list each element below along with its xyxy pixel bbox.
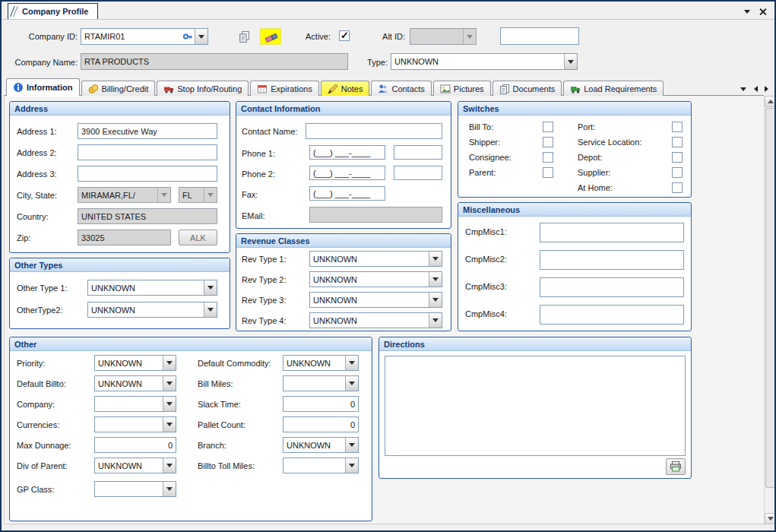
rev-type1-dropdown-button[interactable] (429, 252, 442, 266)
rev-type3-dropdown-button[interactable] (429, 293, 442, 307)
billto-checkbox[interactable] (543, 122, 553, 132)
eraser-button[interactable] (260, 28, 281, 45)
other-type1-value: UNKNOWN (88, 280, 204, 295)
close-button[interactable] (756, 6, 768, 17)
tab-overflow-button[interactable] (737, 84, 749, 94)
phone1-ext-input[interactable] (394, 145, 442, 160)
vertical-scrollbar[interactable] (764, 96, 776, 524)
dropdown-arrow-icon (349, 464, 355, 467)
parent-checkbox[interactable] (543, 167, 553, 178)
company-id-dropdown-button[interactable] (195, 29, 207, 44)
rev-type1-select[interactable]: UNKNOWN (309, 251, 442, 267)
key-lookup-icon[interactable] (181, 29, 195, 44)
cmpmisc2-input[interactable] (540, 250, 684, 270)
shipper-checkbox[interactable] (543, 137, 553, 147)
branch-dropdown-button[interactable] (345, 438, 358, 452)
other-type1-select[interactable]: UNKNOWN (87, 280, 217, 296)
contact-name-input[interactable] (306, 123, 442, 139)
depot-checkbox[interactable] (672, 152, 683, 163)
other-type2-dropdown-button[interactable] (204, 302, 217, 317)
div-of-parent-dropdown-button[interactable] (163, 458, 176, 473)
tab-information[interactable]: Information (6, 78, 80, 96)
fax-input[interactable]: (___) ___-____ (309, 186, 385, 201)
type-select[interactable]: UNKNOWN (391, 53, 578, 70)
rev-type4-select[interactable]: UNKNOWN (309, 312, 442, 328)
phone2-input[interactable]: (___) ___-____ (309, 166, 385, 180)
billto-toll-miles-select[interactable] (283, 458, 359, 473)
rev-type4-dropdown-button[interactable] (429, 313, 442, 328)
service-location-checkbox[interactable] (672, 137, 683, 147)
window-menu-button[interactable] (741, 6, 753, 17)
other-group-header: Other (10, 337, 372, 351)
dropdown-arrow-icon (207, 308, 214, 312)
alk-button[interactable]: ALK (179, 230, 217, 245)
rev-type3-select[interactable]: UNKNOWN (309, 292, 442, 308)
rev-type2-select[interactable]: UNKNOWN (309, 271, 442, 287)
branch-select[interactable]: UNKNOWN (283, 437, 359, 453)
tab-pictures[interactable]: Pictures (433, 81, 491, 96)
tab-expirations[interactable]: Expirations (250, 81, 318, 96)
dropdown-arrow-icon (166, 361, 173, 365)
company-dropdown-button[interactable] (163, 397, 176, 411)
address2-input[interactable] (78, 144, 217, 160)
company-id-combo[interactable]: RTAMIR01 (81, 28, 208, 45)
notes-icon (328, 84, 338, 94)
currencies-select[interactable] (94, 416, 176, 432)
phone2-ext-input[interactable] (394, 166, 442, 180)
scroll-tabs-right-button[interactable] (760, 84, 772, 94)
pallet-count-input[interactable]: 0 (283, 416, 359, 432)
scrollbar-up-button[interactable] (765, 96, 776, 107)
address1-input[interactable]: 3900 Executive Way (78, 123, 217, 139)
default-billto-select[interactable]: UNKNOWN (94, 375, 176, 391)
parent-switch-label: Parent: (469, 168, 496, 178)
alt-id-input[interactable] (500, 27, 579, 45)
priority-dropdown-button[interactable] (163, 356, 176, 370)
currencies-dropdown-button[interactable] (163, 417, 176, 432)
tab-stop-info-routing[interactable]: Stop Info/Routing (157, 81, 249, 96)
slack-time-input[interactable]: 0 (283, 396, 359, 412)
miscellaneous-group-header: Miscellaneous (458, 203, 691, 217)
pallet-count-label: Pallet Count: (198, 420, 245, 430)
active-checkbox[interactable] (339, 30, 350, 41)
tab-documents[interactable]: Documents (493, 81, 562, 96)
alk-button-label: ALK (190, 233, 206, 242)
directions-textarea[interactable] (385, 356, 686, 456)
tab-contacts[interactable]: Contacts (371, 81, 431, 96)
company-select[interactable] (94, 396, 176, 412)
copy-company-button[interactable] (234, 28, 254, 45)
billto-toll-miles-dropdown-button[interactable] (345, 458, 358, 473)
priority-select[interactable]: UNKNOWN (94, 355, 176, 371)
tab-label: Contacts (391, 84, 424, 93)
other-type1-dropdown-button[interactable] (204, 280, 217, 295)
max-dunnage-input[interactable]: 0 (94, 437, 176, 453)
tab-notes[interactable]: Notes (321, 81, 370, 96)
address3-input[interactable] (78, 166, 217, 182)
branch-value: UNKNOWN (283, 438, 345, 452)
default-billto-dropdown-button[interactable] (163, 376, 176, 391)
print-directions-button[interactable] (666, 458, 686, 475)
bill-miles-select[interactable] (283, 375, 359, 391)
tab-billing-credit[interactable]: Billing/Credit (81, 81, 156, 96)
active-label: Active: (306, 32, 331, 42)
default-commodity-select[interactable]: UNKNOWN (283, 355, 359, 371)
at-home-checkbox[interactable] (672, 182, 683, 193)
other-type2-select[interactable]: UNKNOWN (87, 302, 217, 318)
bill-miles-dropdown-button[interactable] (345, 376, 358, 391)
tab-label: Notes (341, 84, 363, 93)
cmpmisc1-input[interactable] (540, 223, 684, 242)
scrollbar-thumb[interactable] (765, 108, 775, 488)
div-of-parent-select[interactable]: UNKNOWN (94, 458, 176, 473)
cmpmisc4-input[interactable] (540, 305, 684, 325)
gp-class-select[interactable] (94, 481, 176, 497)
supplier-checkbox[interactable] (672, 167, 683, 178)
rev-type2-dropdown-button[interactable] (429, 272, 442, 287)
gp-class-dropdown-button[interactable] (163, 482, 176, 496)
consignee-checkbox[interactable] (543, 152, 553, 163)
phone1-input[interactable]: (___) ___-____ (309, 145, 385, 160)
type-dropdown-button[interactable] (564, 54, 577, 69)
port-checkbox[interactable] (672, 122, 683, 132)
cmpmisc3-input[interactable] (540, 277, 684, 297)
scrollbar-down-button[interactable] (765, 513, 776, 524)
default-commodity-dropdown-button[interactable] (345, 356, 358, 370)
tab-load-requirements[interactable]: Load Requirements (563, 81, 664, 96)
